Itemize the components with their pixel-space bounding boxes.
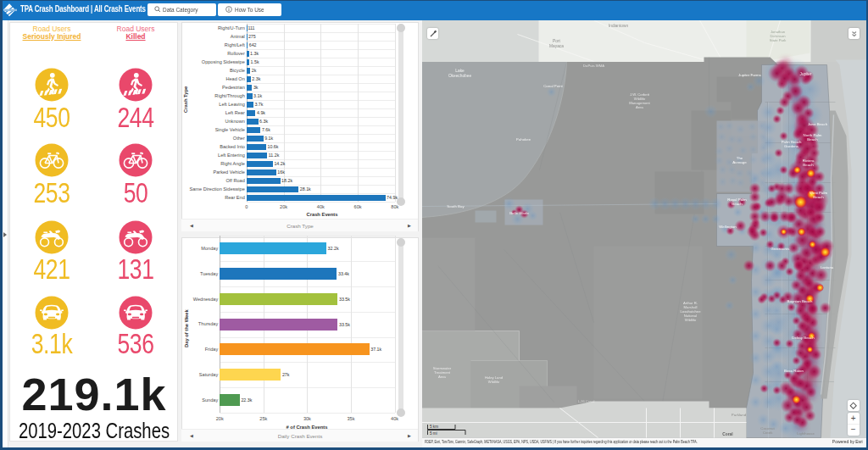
svg-text:Belle Glade: Belle Glade [509,210,529,214]
svg-text:Beach: Beach [813,194,824,198]
svg-text:Wellington: Wellington [719,224,737,228]
svg-text:5 mi: 5 mi [430,431,437,436]
svg-text:Beach: Beach [807,136,818,141]
svg-text:Boca Raton: Boca Raton [784,368,804,372]
svg-text:Lake: Lake [455,68,465,72]
svg-text:Boynton Beach: Boynton Beach [787,298,812,303]
svg-text:Port: Port [553,38,560,42]
svg-text:Lighthouse: Lighthouse [797,431,815,435]
svg-text:Beach: Beach [803,162,814,166]
svg-text:Delray Beach: Delray Beach [792,335,815,339]
svg-text:Okeechobee: Okeechobee [448,73,471,77]
svg-text:Indiantown: Indiantown [608,23,628,27]
svg-text:Mayaca: Mayaca [549,43,564,47]
svg-text:Wildlife: Wildlife [684,317,696,321]
svg-text:Parkland: Parkland [731,412,746,416]
svg-text:Acreage: Acreage [732,159,747,164]
svg-text:Wildlife: Wildlife [487,379,499,383]
svg-text:Greenacres: Greenacres [771,246,789,250]
svg-text:Area: Area [438,374,447,378]
svg-text:Creek: Creek [762,430,773,434]
svg-text:5 km: 5 km [430,425,438,429]
svg-text:Coral: Coral [722,431,732,436]
svg-text:State Park: State Park [769,37,786,42]
svg-text:Jupiter Farms: Jupiter Farms [738,72,762,76]
svg-text:Jupiter: Jupiter [799,71,811,75]
svg-text:Lantana: Lantana [820,264,833,269]
svg-text:DuPuis WMA: DuPuis WMA [583,63,604,67]
svg-text:Juno Beach: Juno Beach [807,121,827,125]
svg-text:Beach: Beach [732,201,743,205]
svg-text:L-36 Canal: L-36 Canal [577,398,594,403]
svg-text:Pahokee: Pahokee [515,136,531,141]
svg-text:Canal Point: Canal Point [543,83,563,87]
svg-text:Gardens: Gardens [784,143,799,147]
svg-text:Area: Area [636,104,644,108]
svg-text:South Bay: South Bay [447,203,465,208]
